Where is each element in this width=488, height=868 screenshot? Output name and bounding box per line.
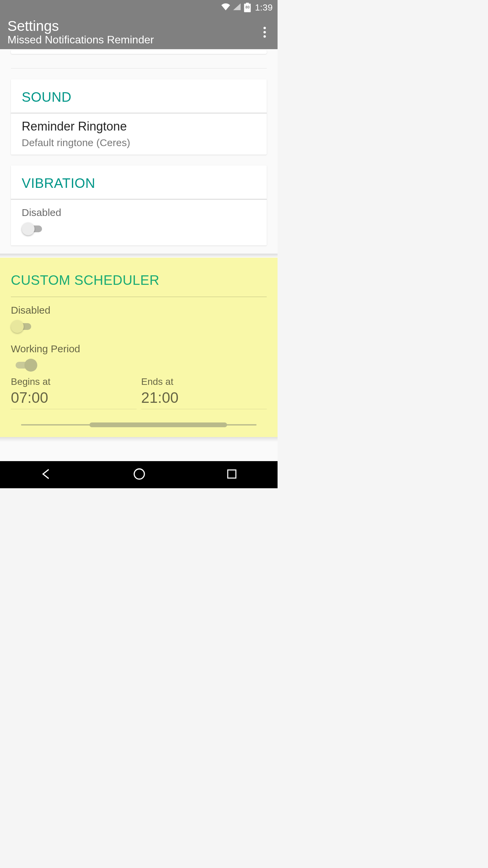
reminder-ringtone-item[interactable]: Reminder Ringtone Default ringtone (Cere… — [11, 113, 267, 155]
ends-at-field[interactable]: Ends at 21:00 — [141, 376, 267, 409]
clock: 1:39 — [255, 2, 273, 13]
scheduler-toggle[interactable] — [11, 320, 33, 332]
page-title: Settings — [7, 19, 154, 34]
svg-point-2 — [263, 35, 266, 37]
time-range-slider[interactable] — [21, 421, 257, 429]
sound-card: SOUND Reminder Ringtone Default ringtone… — [11, 79, 267, 155]
status-bar: 80 1:39 — [0, 0, 278, 15]
home-button[interactable] — [133, 467, 146, 482]
vibration-toggle[interactable] — [22, 222, 44, 235]
vibration-status: Disabled — [22, 207, 256, 218]
shadow — [0, 437, 278, 442]
ends-at-value: 21:00 — [141, 389, 267, 406]
svg-rect-4 — [228, 470, 236, 478]
begins-at-label: Begins at — [11, 376, 137, 387]
page-subtitle: Missed Notifications Reminder — [7, 34, 154, 46]
divider — [11, 68, 267, 68]
svg-point-0 — [263, 27, 266, 29]
ends-at-label: Ends at — [141, 376, 267, 387]
vibration-card: VIBRATION Disabled — [11, 165, 267, 245]
recents-button[interactable] — [226, 468, 238, 481]
more-vert-icon — [263, 27, 266, 38]
previous-card-edge — [11, 50, 267, 54]
svg-point-3 — [134, 469, 144, 479]
custom-scheduler-card: CUSTOM SCHEDULER Disabled Working Period… — [0, 258, 278, 437]
cell-signal-icon — [232, 2, 241, 13]
begins-at-field[interactable]: Begins at 07:00 — [11, 376, 137, 409]
sound-header: SOUND — [11, 79, 267, 113]
back-icon — [40, 467, 53, 481]
working-period-label: Working Period — [11, 343, 267, 355]
app-bar: Settings Missed Notifications Reminder — [0, 15, 278, 49]
vibration-header: VIBRATION — [11, 165, 267, 199]
battery-icon: 80 — [243, 3, 251, 12]
reminder-ringtone-title: Reminder Ringtone — [22, 119, 256, 134]
back-button[interactable] — [40, 467, 53, 482]
scheduler-header: CUSTOM SCHEDULER — [11, 258, 267, 297]
square-icon — [226, 468, 238, 480]
reminder-ringtone-value: Default ringtone (Ceres) — [22, 137, 256, 149]
working-period-toggle[interactable] — [16, 359, 38, 371]
battery-level: 80 — [243, 5, 251, 9]
svg-point-1 — [263, 31, 266, 33]
wifi-icon — [221, 2, 230, 13]
circle-icon — [133, 467, 146, 481]
navigation-bar — [0, 461, 278, 488]
overflow-menu-button[interactable] — [257, 24, 273, 40]
scheduler-status: Disabled — [11, 304, 267, 316]
begins-at-value: 07:00 — [11, 389, 137, 406]
